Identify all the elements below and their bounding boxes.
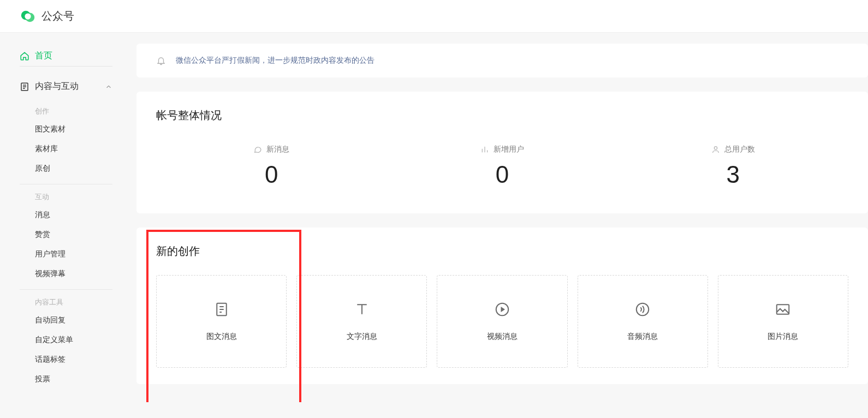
article-doc-icon [213,301,230,318]
sidebar-group-content[interactable]: 内容与互动 [20,76,112,97]
sidebar-item-autoreply[interactable]: 自动回复 [20,310,112,330]
audio-icon [634,301,651,318]
stat-value: 0 [156,161,387,188]
sidebar-home[interactable]: 首页 [20,46,112,67]
image-icon [775,301,791,318]
document-icon [20,82,29,92]
sidebar-item-vote[interactable]: 投票 [20,369,112,389]
bar-chart-icon [480,145,489,154]
stat-value: 3 [617,161,848,188]
stat-label-text: 新消息 [266,145,289,154]
stat-label-text: 新增用户 [494,145,524,154]
svg-point-2 [25,13,31,19]
sidebar-item-topictags[interactable]: 话题标签 [20,350,112,369]
sidebar-group-label: 内容与互动 [35,81,79,92]
message-icon [253,145,262,154]
user-icon [711,145,720,154]
create-item-label: 图文消息 [206,332,237,342]
sidebar: 首页 内容与互动 创作 图文素材 素材库 原创 互动 消息 赞赏 用户管理 视频… [0,33,131,402]
new-creation-card: 新的创作 图文消息 文字消息 [136,228,868,384]
svg-point-4 [714,147,717,150]
app-header: 公众号 [0,0,868,33]
create-item-image[interactable]: 图片消息 [718,275,848,368]
create-item-label: 图片消息 [768,332,798,342]
notice-bar[interactable]: 微信公众平台严打假新闻，进一步规范时政内容发布的公告 [136,44,868,77]
sidebar-home-label: 首页 [35,50,52,62]
sidebar-section-creation: 创作 [20,99,112,120]
overview-title: 帐号整体情况 [156,108,848,123]
create-item-label: 音频消息 [627,332,658,342]
stat-total-users[interactable]: 总用户数 3 [617,145,848,188]
sidebar-item-original[interactable]: 原创 [20,159,112,178]
chevron-up-icon [105,83,112,91]
svg-point-7 [637,303,649,316]
sidebar-section-interaction: 互动 [20,184,112,205]
app-title: 公众号 [41,9,74,23]
logo[interactable]: 公众号 [20,8,74,25]
sidebar-item-users[interactable]: 用户管理 [20,244,112,264]
create-item-video[interactable]: 视频消息 [437,275,567,368]
stat-label-text: 总用户数 [724,145,755,154]
create-title: 新的创作 [156,244,848,259]
sidebar-item-messages[interactable]: 消息 [20,205,112,225]
sidebar-item-articles[interactable]: 图文素材 [20,120,112,139]
sidebar-item-custommenu[interactable]: 自定义菜单 [20,330,112,350]
create-item-audio[interactable]: 音频消息 [578,275,708,368]
account-overview-card: 帐号整体情况 新消息 0 新增用户 [136,92,868,213]
sidebar-section-tools: 内容工具 [20,289,112,310]
wechat-logo-icon [20,8,36,25]
create-item-label: 视频消息 [487,332,518,342]
text-icon [354,301,370,318]
sidebar-item-danmaku[interactable]: 视频弹幕 [20,264,112,284]
sidebar-item-materials[interactable]: 素材库 [20,139,112,159]
stat-value: 0 [387,161,618,188]
create-item-label: 文字消息 [347,332,377,342]
bell-icon [156,56,166,65]
main-content: 微信公众平台严打假新闻，进一步规范时政内容发布的公告 帐号整体情况 新消息 0 [131,33,868,402]
home-icon [20,51,29,61]
svg-rect-8 [777,304,789,314]
video-play-icon [494,301,510,318]
sidebar-item-appreciation[interactable]: 赞赏 [20,225,112,244]
create-item-article[interactable]: 图文消息 [156,275,287,368]
create-item-text[interactable]: 文字消息 [296,275,427,368]
notice-text: 微信公众平台严打假新闻，进一步规范时政内容发布的公告 [176,56,374,65]
stat-new-messages[interactable]: 新消息 0 [156,145,387,188]
stat-new-users[interactable]: 新增用户 0 [387,145,618,188]
